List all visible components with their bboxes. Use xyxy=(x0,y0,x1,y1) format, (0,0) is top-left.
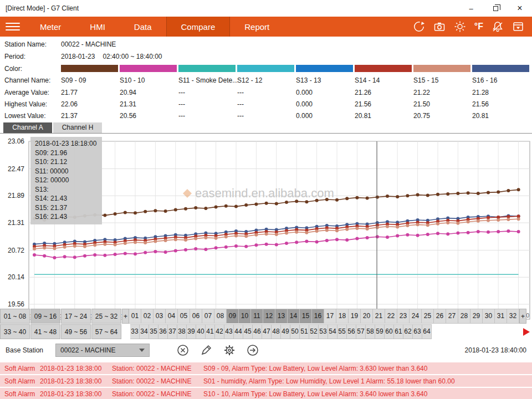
channel-59[interactable]: 59 xyxy=(375,324,385,339)
channel-25[interactable]: 25 xyxy=(422,309,434,324)
close-button[interactable]: × xyxy=(508,0,532,17)
channel-43[interactable]: 43 xyxy=(224,324,234,339)
channel-56[interactable]: 56 xyxy=(347,324,356,339)
expand-groups-button[interactable]: + xyxy=(122,309,129,324)
channel-40[interactable]: 40 xyxy=(196,324,206,339)
channel-34[interactable]: 34 xyxy=(140,324,149,339)
channel-36[interactable]: 36 xyxy=(158,324,168,339)
group-25~32[interactable]: 25 ~ 32 xyxy=(91,309,121,324)
export-button[interactable] xyxy=(512,21,524,33)
restore-button[interactable] xyxy=(483,0,508,17)
channel-49[interactable]: 49 xyxy=(281,324,290,339)
channel-57[interactable]: 57 xyxy=(356,324,366,339)
channel-23[interactable]: 23 xyxy=(397,309,410,324)
alarm-row[interactable]: Soft Alarm2018-01-23 18:38:00Station: 00… xyxy=(0,388,532,399)
channel-26[interactable]: 26 xyxy=(434,309,446,324)
nav-tab-compare[interactable]: Compare xyxy=(166,17,231,37)
group-09~16[interactable]: 09 ~ 16 xyxy=(30,309,60,324)
trend-chart[interactable]: easemind.en.alibaba.com 23.0622.4721.892… xyxy=(0,133,532,324)
channel-52[interactable]: 52 xyxy=(309,324,319,339)
channel-07[interactable]: 07 xyxy=(202,309,214,324)
channel-11[interactable]: 11 xyxy=(251,309,263,324)
channel-18[interactable]: 18 xyxy=(336,309,349,324)
channel-12[interactable]: 12 xyxy=(263,309,275,324)
menu-button[interactable] xyxy=(0,17,25,37)
channel-22[interactable]: 22 xyxy=(385,309,397,324)
nav-tab-report[interactable]: Report xyxy=(230,17,284,37)
group-01~08[interactable]: 01 ~ 08 xyxy=(0,309,30,324)
brightness-button[interactable] xyxy=(454,21,466,33)
channel-32[interactable]: 32 xyxy=(507,309,519,324)
channel-20[interactable]: 20 xyxy=(361,309,373,324)
channel-42[interactable]: 42 xyxy=(215,324,224,339)
channel-38[interactable]: 38 xyxy=(177,324,187,339)
group-17~24[interactable]: 17 ~ 24 xyxy=(61,309,91,324)
channel-33[interactable]: 33 xyxy=(130,324,140,339)
group-41~48[interactable]: 41 ~ 48 xyxy=(30,324,60,339)
alarm-row[interactable]: Soft Alarm2018-01-23 18:38:00Station: 00… xyxy=(0,362,532,374)
snapshot-button[interactable] xyxy=(433,21,446,33)
channel-04[interactable]: 04 xyxy=(166,309,178,324)
channel-63[interactable]: 63 xyxy=(413,324,422,339)
channel-24[interactable]: 24 xyxy=(410,309,422,324)
group-57~64[interactable]: 57 ~ 64 xyxy=(91,324,121,339)
channel-61[interactable]: 61 xyxy=(394,324,403,339)
settings-button[interactable] xyxy=(223,344,236,357)
channel-64[interactable]: 64 xyxy=(422,324,432,339)
channel-50[interactable]: 50 xyxy=(290,324,300,339)
channel-29[interactable]: 29 xyxy=(470,309,483,324)
channel-17[interactable]: 17 xyxy=(324,309,336,324)
group-49~56[interactable]: 49 ~ 56 xyxy=(61,324,91,339)
go-button[interactable] xyxy=(246,344,259,357)
tab-channel-a[interactable]: Channel A xyxy=(3,122,52,133)
channel-47[interactable]: 47 xyxy=(262,324,272,339)
channel-06[interactable]: 06 xyxy=(190,309,202,324)
channel-14[interactable]: 14 xyxy=(288,309,300,324)
channel-05[interactable]: 05 xyxy=(178,309,190,324)
channel-16[interactable]: 16 xyxy=(312,309,324,324)
channel-44[interactable]: 44 xyxy=(234,324,243,339)
channel-28[interactable]: 28 xyxy=(458,309,470,324)
channel-35[interactable]: 35 xyxy=(149,324,158,339)
channel-45[interactable]: 45 xyxy=(243,324,253,339)
nav-tab-meter[interactable]: Meter xyxy=(25,17,75,37)
channel-39[interactable]: 39 xyxy=(187,324,196,339)
nav-tab-hmi[interactable]: HMI xyxy=(75,17,120,37)
channel-01[interactable]: 01 xyxy=(129,309,141,324)
channel-54[interactable]: 54 xyxy=(328,324,337,339)
refresh-button[interactable] xyxy=(413,21,425,33)
channel-31[interactable]: 31 xyxy=(495,309,507,324)
alarm-button[interactable] xyxy=(492,21,504,33)
channel-60[interactable]: 60 xyxy=(385,324,394,339)
channel-48[interactable]: 48 xyxy=(272,324,281,339)
channel-62[interactable]: 62 xyxy=(403,324,413,339)
expand-channels-button[interactable]: + xyxy=(519,309,526,324)
channel-53[interactable]: 53 xyxy=(319,324,328,339)
channel-10[interactable]: 10 xyxy=(239,309,251,324)
channel-51[interactable]: 51 xyxy=(300,324,309,339)
channel-21[interactable]: 21 xyxy=(373,309,385,324)
fahrenheit-toggle[interactable]: °F xyxy=(474,22,483,32)
minimize-button[interactable]: – xyxy=(459,0,483,17)
channel-13[interactable]: 13 xyxy=(275,309,288,324)
channel-19[interactable]: 19 xyxy=(349,309,361,324)
clear-button[interactable] xyxy=(176,344,190,357)
channel-41[interactable]: 41 xyxy=(206,324,215,339)
channel-08[interactable]: 08 xyxy=(214,309,227,324)
channel-37[interactable]: 37 xyxy=(168,324,177,339)
nav-tab-data[interactable]: Data xyxy=(120,17,166,37)
base-station-dropdown[interactable]: 00022 - MACHINE xyxy=(55,344,150,357)
next-page-button[interactable] xyxy=(523,324,532,339)
edit-button[interactable] xyxy=(200,344,213,357)
alarm-row[interactable]: Soft Alarm2018-01-23 18:38:00Station: 00… xyxy=(0,375,532,387)
channel-09[interactable]: 09 xyxy=(227,309,239,324)
channel-58[interactable]: 58 xyxy=(366,324,375,339)
channel-30[interactable]: 30 xyxy=(483,309,495,324)
tab-channel-h[interactable]: Channel H xyxy=(53,122,102,133)
channel-27[interactable]: 27 xyxy=(446,309,458,324)
group-33~40[interactable]: 33 ~ 40 xyxy=(0,324,30,339)
channel-55[interactable]: 55 xyxy=(337,324,347,339)
channel-15[interactable]: 15 xyxy=(300,309,312,324)
channel-46[interactable]: 46 xyxy=(253,324,262,339)
channel-02[interactable]: 02 xyxy=(141,309,154,324)
